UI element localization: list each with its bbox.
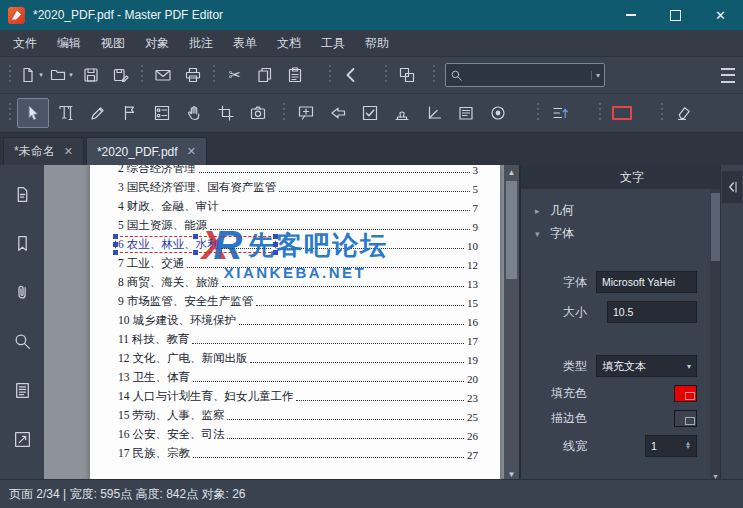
- selection-handle[interactable]: [273, 234, 278, 239]
- scroll-thumb[interactable]: [506, 181, 517, 279]
- edit-object-button[interactable]: [83, 99, 113, 127]
- selected-text-object[interactable]: 6 农业、林业、水利: [115, 236, 276, 253]
- layers-panel-button[interactable]: [7, 424, 37, 454]
- add-note-button[interactable]: [291, 99, 321, 127]
- print-button[interactable]: [179, 62, 207, 88]
- toc-row: 10 城乡建设、环境保护16: [118, 309, 478, 328]
- stroke-color-swatch[interactable]: [674, 410, 697, 427]
- menu-item-tools[interactable]: 工具: [311, 30, 355, 56]
- toolbar-drag-handle: [432, 65, 436, 85]
- toc-row: 4 财政、金融、审计7: [118, 195, 478, 214]
- toc-row: 2 综合经济管理3: [118, 165, 478, 176]
- pdf-page: 2 综合经济管理33 国民经济管理、国有资产监管54 财政、金融、审计75 国土…: [90, 165, 500, 482]
- properties-panel-button[interactable]: [7, 375, 37, 405]
- edit-text-button[interactable]: [51, 99, 81, 127]
- toolbar-drag-handle: [598, 103, 602, 123]
- minimize-button[interactable]: [608, 0, 653, 30]
- overflow-menu-button[interactable]: [714, 62, 742, 88]
- arrow-annotation-button[interactable]: [323, 99, 353, 127]
- scroll-down-icon[interactable]: ▼: [504, 470, 519, 479]
- toc-page-number: 26: [467, 430, 478, 442]
- maximize-button[interactable]: [653, 0, 698, 30]
- type-select[interactable]: 填充文本 ▾: [596, 355, 697, 377]
- menu-item-help[interactable]: 帮助: [355, 30, 399, 56]
- menu-item-file[interactable]: 文件: [3, 30, 47, 56]
- menu-item-view[interactable]: 视图: [91, 30, 135, 56]
- selection-handle[interactable]: [273, 250, 278, 255]
- tab-close-icon[interactable]: ✕: [187, 146, 196, 157]
- menu-item-document[interactable]: 文档: [267, 30, 311, 56]
- email-button[interactable]: [149, 62, 177, 88]
- crop-tool-button[interactable]: [211, 99, 241, 127]
- selection-handle[interactable]: [273, 242, 278, 247]
- text-field-button[interactable]: [451, 99, 481, 127]
- snapshot-tool-button[interactable]: [243, 99, 273, 127]
- highlight-rect-button[interactable]: [607, 99, 637, 127]
- search-input[interactable]: [463, 68, 591, 82]
- measure-tool-button[interactable]: [419, 99, 449, 127]
- cut-button[interactable]: ✂: [221, 62, 249, 88]
- section-geometry[interactable]: ▸ 几何: [535, 199, 697, 222]
- selection-handle[interactable]: [113, 234, 118, 239]
- search-box[interactable]: ▾: [445, 63, 605, 87]
- flag-tool-button[interactable]: [115, 99, 145, 127]
- chevron-down-icon[interactable]: ▾: [39, 71, 43, 79]
- attachments-panel-button[interactable]: [7, 277, 37, 307]
- toc-page-number: 3: [473, 165, 479, 176]
- copy-button[interactable]: [251, 62, 279, 88]
- line-width-spinner[interactable]: 1 ▲▼: [645, 435, 697, 457]
- selection-handle[interactable]: [193, 250, 198, 255]
- tab-2020-pdf[interactable]: *2020_PDF.pdf✕: [86, 137, 207, 165]
- selection-handle[interactable]: [113, 242, 118, 247]
- menu-item-object[interactable]: 对象: [135, 30, 179, 56]
- save-button[interactable]: [77, 62, 105, 88]
- selection-handle[interactable]: [193, 234, 198, 239]
- fill-color-swatch[interactable]: [674, 385, 697, 402]
- stamp-icon: [393, 104, 411, 122]
- arrange-objects-button[interactable]: [545, 99, 575, 127]
- save-as-button[interactable]: [107, 62, 135, 88]
- paste-button[interactable]: [281, 62, 309, 88]
- new-document-button[interactable]: ▾: [17, 62, 45, 88]
- bookmarks-panel-button[interactable]: [7, 228, 37, 258]
- toc-leader-dots: [192, 343, 464, 344]
- font-size-input[interactable]: 10.5: [607, 301, 697, 323]
- toolbar-drag-handle: [140, 65, 144, 85]
- toc-entry-title: 6 农业、林业、水利: [118, 237, 219, 252]
- selection-handle[interactable]: [113, 250, 118, 255]
- arrange-windows-button[interactable]: [393, 62, 421, 88]
- chevron-down-icon[interactable]: ▾: [69, 71, 73, 79]
- forms-tool-button[interactable]: [147, 99, 177, 127]
- fill-color-label: 填充色: [535, 385, 587, 402]
- section-font[interactable]: ▾ 字体: [535, 222, 697, 245]
- stamp-tool-button[interactable]: [387, 99, 417, 127]
- checkbox-field-button[interactable]: [355, 99, 385, 127]
- hand-tool-button[interactable]: [179, 99, 209, 127]
- scroll-up-icon[interactable]: ▲: [504, 168, 519, 177]
- radio-button-field-button[interactable]: [483, 99, 513, 127]
- open-button[interactable]: ▾: [47, 62, 75, 88]
- panel-toggle-button[interactable]: [722, 171, 742, 203]
- toc-leader-dots: [193, 457, 464, 458]
- pages-panel-button[interactable]: [7, 179, 37, 209]
- toc-row: 3 国民经济管理、国有资产监管5: [118, 176, 478, 195]
- font-family-select[interactable]: Microsoft YaHei: [596, 271, 697, 293]
- eraser-tool-button[interactable]: [669, 99, 699, 127]
- search-dropdown-icon[interactable]: ▾: [591, 71, 600, 80]
- undo-button[interactable]: [337, 62, 365, 88]
- main-toolbar: ▾▾✂▾: [0, 57, 743, 94]
- menu-item-annotate[interactable]: 批注: [179, 30, 223, 56]
- tab-close-icon[interactable]: ✕: [64, 146, 73, 157]
- menu-item-forms[interactable]: 表单: [223, 30, 267, 56]
- select-tool-button[interactable]: [17, 98, 49, 128]
- doc-icon: [19, 66, 37, 84]
- toc-page-number: 27: [467, 449, 478, 461]
- close-button[interactable]: ✕: [698, 0, 743, 30]
- menu-item-edit[interactable]: 编辑: [47, 30, 91, 56]
- toc-leader-dots: [279, 191, 469, 192]
- panel-scroll-thumb[interactable]: [711, 193, 720, 261]
- search-panel-button[interactable]: [7, 326, 37, 356]
- spinner-arrows-icon[interactable]: ▲▼: [685, 442, 691, 449]
- vertical-scrollbar[interactable]: ▲ ▼: [504, 165, 519, 482]
- tab-untitled[interactable]: *未命名✕: [3, 137, 84, 165]
